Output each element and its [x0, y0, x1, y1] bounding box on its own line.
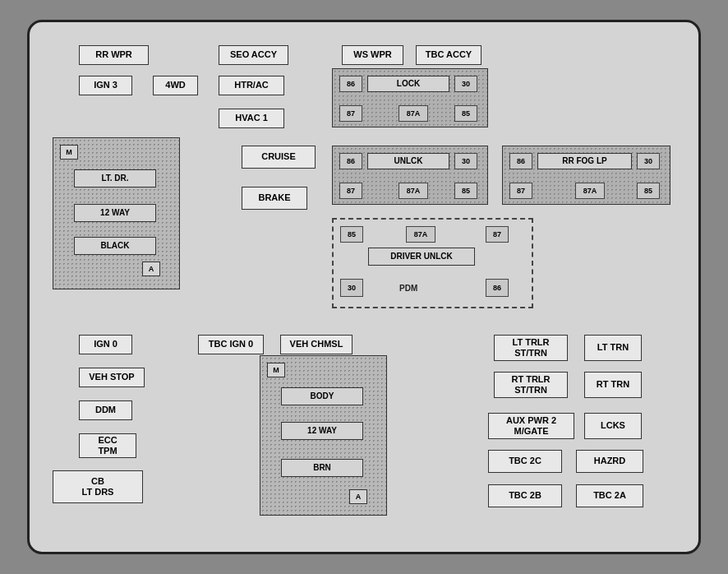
lock-87: 87	[339, 105, 362, 122]
rt-trlr-label: RT TRLR ST/TRN	[494, 372, 568, 398]
ign3-label: IGN 3	[79, 76, 132, 95]
brake-label: BRAKE	[242, 187, 307, 210]
fuse-box: RR WPR SEO ACCY WS WPR TBC ACCY 86 30 LO…	[38, 30, 690, 544]
12way-b-label: 12 WAY	[281, 422, 363, 440]
cb-lt-drs-label: CB LT DRS	[53, 470, 143, 503]
unlck-relay-module: 86 30 UNLCK 87 87A 85	[332, 146, 488, 205]
aux-pwr2-label: AUX PWR 2 M/GATE	[488, 413, 574, 439]
12way-label: 12 WAY	[74, 204, 156, 222]
lock-relay-module: 86 30 LOCK 87 87A 85	[332, 68, 488, 127]
lcks-label: LCKS	[584, 413, 642, 439]
ws-wpr-label: WS WPR	[342, 45, 403, 65]
seo-accy-label: SEO ACCY	[219, 45, 288, 65]
rr-wpr-label: RR WPR	[79, 45, 149, 65]
lt-dr-module: M LT. DR. 12 WAY BLACK A	[53, 137, 180, 289]
fog-86: 86	[509, 153, 532, 169]
fog-87a: 87A	[575, 183, 605, 199]
ecc-tpm-label: ECC TPM	[79, 433, 136, 458]
drv-unlck-85: 85	[340, 226, 363, 243]
tbc-2c-label: TBC 2C	[488, 450, 562, 473]
drv-unlck-30: 30	[340, 279, 363, 297]
driver-unlck-label: DRIVER UNLCK	[368, 248, 475, 266]
htr-ac-label: HTR/AC	[219, 76, 284, 95]
4wd-label: 4WD	[153, 76, 198, 95]
lt-dr-label: LT. DR.	[74, 169, 156, 187]
cruise-label: CRUISE	[242, 146, 316, 169]
black-label: BLACK	[74, 237, 156, 255]
pdm-module: 85 87A 87 DRIVER UNLCK 30 86 PDM	[332, 218, 533, 308]
tbc-2a-label: TBC 2A	[576, 484, 643, 507]
m-corner-label: M	[60, 145, 78, 160]
drv-unlck-87: 87	[486, 226, 509, 243]
unlck-87: 87	[339, 183, 362, 199]
ign0-label: IGN 0	[79, 335, 132, 354]
lock-86: 86	[339, 76, 362, 92]
lock-87a: 87A	[399, 105, 428, 122]
fog-30: 30	[637, 153, 660, 169]
ddm-label: DDM	[79, 400, 132, 420]
brn-label: BRN	[281, 459, 363, 477]
tbc-2b-label: TBC 2B	[488, 484, 562, 507]
fog-85: 85	[637, 183, 660, 199]
tbc-ign0-label: TBC IGN 0	[198, 335, 264, 354]
lock-label: LOCK	[367, 76, 449, 92]
hazrd-label: HAZRD	[576, 450, 643, 473]
unlck-85: 85	[454, 183, 477, 199]
main-container: RR WPR SEO ACCY WS WPR TBC ACCY 86 30 LO…	[27, 20, 701, 554]
veh-body-module: M BODY 12 WAY BRN A	[260, 355, 387, 516]
m-corner-b-label: M	[267, 363, 285, 377]
lock-30: 30	[454, 76, 477, 92]
pdm-text-label: PDM	[399, 284, 417, 293]
unlck-87a: 87A	[399, 183, 428, 199]
veh-stop-label: VEH STOP	[79, 368, 145, 387]
rr-fog-lp-label: RR FOG LP	[537, 153, 632, 169]
lock-85: 85	[454, 105, 477, 122]
rt-trn-label: RT TRN	[584, 372, 642, 398]
rr-fog-relay-module: 86 30 RR FOG LP 87 87A 85	[502, 146, 670, 205]
a-corner-b-label: A	[349, 489, 367, 504]
unlck-86: 86	[339, 153, 362, 169]
hvac1-label: HVAC 1	[219, 109, 284, 128]
lt-trn-label: LT TRN	[584, 335, 642, 361]
body-label: BODY	[281, 387, 363, 405]
veh-chmsl-label: VEH CHMSL	[280, 335, 352, 354]
unlck-30: 30	[454, 153, 477, 169]
drv-unlck-86: 86	[486, 279, 509, 297]
lt-trlr-label: LT TRLR ST/TRN	[494, 335, 568, 361]
drv-unlck-87a: 87A	[406, 226, 435, 243]
unlck-label: UNLCK	[367, 153, 449, 169]
fog-87: 87	[509, 183, 532, 199]
a-corner-label: A	[142, 262, 160, 276]
tbc-accy-label: TBC ACCY	[416, 45, 481, 65]
